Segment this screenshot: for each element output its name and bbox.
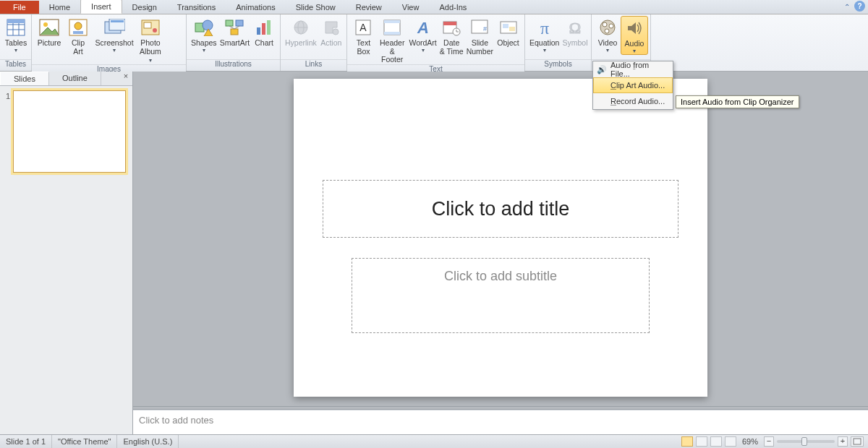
menu-record-audio-label: Record Audio... xyxy=(610,97,665,105)
tab-insert[interactable]: Insert xyxy=(80,0,122,14)
tab-review[interactable]: Review xyxy=(346,1,392,14)
action-label: Action xyxy=(320,39,341,48)
status-theme: "Office Theme" xyxy=(52,435,117,448)
equation-button[interactable]: π Equation ▾ xyxy=(528,16,561,53)
video-label: Video xyxy=(598,39,618,48)
tab-slides-thumbnails[interactable]: Slides xyxy=(0,72,49,85)
slide-editor-area: Click to add title Click to add subtitle… xyxy=(133,72,868,434)
object-label: Object xyxy=(497,39,519,48)
wordart-label: WordArt xyxy=(409,39,436,48)
header-footer-icon xyxy=(380,17,404,38)
smartart-button[interactable]: SmartArt xyxy=(218,16,251,48)
tab-transitions[interactable]: Transitions xyxy=(167,1,226,14)
menu-clip-art-audio-label: Clip Art Audio... xyxy=(610,81,665,90)
speaker-icon: 🔊 xyxy=(596,64,608,75)
status-language[interactable]: English (U.S.) xyxy=(117,435,179,448)
zoom-out-button[interactable]: − xyxy=(764,436,774,447)
object-icon xyxy=(497,17,520,38)
view-sorter-button[interactable] xyxy=(696,436,707,447)
close-icon[interactable]: × xyxy=(119,72,132,85)
date-time-button[interactable]: Date & Time xyxy=(438,16,465,56)
date-label2: & Time xyxy=(440,48,464,56)
object-button[interactable]: Object xyxy=(495,16,522,48)
textbox-button[interactable]: A Text Box xyxy=(350,16,377,56)
video-button[interactable]: Video ▾ xyxy=(595,16,621,53)
svg-rect-22 xyxy=(231,29,238,35)
menu-audio-from-file-label: Audio from File... xyxy=(610,61,668,78)
chevron-down-icon: ▾ xyxy=(606,48,609,54)
svg-rect-47 xyxy=(503,24,509,28)
svg-text:A: A xyxy=(417,19,429,36)
thumbnail-row[interactable]: 1 xyxy=(3,90,129,173)
subtitle-placeholder[interactable]: Click to add subtitle xyxy=(352,258,650,333)
slides-pane: Slides Outline × 1 xyxy=(0,72,133,434)
title-placeholder[interactable]: Click to add title xyxy=(323,180,678,238)
tab-home[interactable]: Home xyxy=(39,1,80,14)
svg-text:Ω: Ω xyxy=(569,19,581,37)
tab-view[interactable]: View xyxy=(392,1,430,14)
svg-point-9 xyxy=(75,22,82,30)
zoom-percent[interactable]: 69% xyxy=(742,437,758,446)
svg-point-7 xyxy=(43,22,48,27)
photo-album-button[interactable]: Photo Album ▾ xyxy=(136,16,165,64)
screenshot-button[interactable]: Screenshot ▾ xyxy=(93,16,136,53)
group-tables: Tables ▾ Tables xyxy=(0,14,32,71)
slide-canvas[interactable]: Click to add title Click to add subtitle xyxy=(294,79,707,397)
tab-design[interactable]: Design xyxy=(122,1,167,14)
chevron-down-icon: ▾ xyxy=(633,48,636,55)
clipart-label1: Clip xyxy=(72,39,85,48)
svg-point-53 xyxy=(609,24,613,28)
zoom-in-button[interactable]: + xyxy=(838,436,848,447)
fit-to-window-button[interactable] xyxy=(851,436,864,447)
zoom-slider-thumb[interactable] xyxy=(801,437,807,446)
menu-audio-from-file[interactable]: 🔊 Audio from File... xyxy=(593,61,673,77)
chart-label: Chart xyxy=(255,39,273,48)
menu-record-audio[interactable]: Record Audio... xyxy=(593,93,673,109)
chevron-down-icon: ▾ xyxy=(149,57,152,64)
zoom-slider[interactable] xyxy=(777,440,835,443)
chevron-down-icon: ▾ xyxy=(543,48,546,54)
clipart-button[interactable]: Clip Art xyxy=(64,16,93,56)
slide-label2: Number xyxy=(467,48,493,56)
tab-addins[interactable]: Add-Ins xyxy=(429,1,477,14)
wordart-button[interactable]: A WordArt ▾ xyxy=(407,16,438,53)
chevron-down-icon: ▾ xyxy=(203,48,205,54)
svg-rect-36 xyxy=(384,20,400,23)
slides-pane-tabs: Slides Outline × xyxy=(0,72,132,86)
svg-point-52 xyxy=(603,22,607,27)
symbol-button: Ω Symbol xyxy=(561,16,589,48)
shapes-button[interactable]: Shapes ▾ xyxy=(190,16,218,53)
tab-slideshow[interactable]: Slide Show xyxy=(286,1,346,14)
ribbon-minimize-icon[interactable]: ⌃ xyxy=(841,1,853,12)
audio-button[interactable]: Audio ▾ xyxy=(621,16,648,55)
hyperlink-button: Hyperlink xyxy=(284,16,318,48)
header-footer-button[interactable]: Header & Footer xyxy=(377,16,407,64)
chart-button[interactable]: Chart xyxy=(251,16,277,48)
chevron-down-icon: ▾ xyxy=(14,48,17,54)
svg-rect-56 xyxy=(854,439,861,444)
view-normal-button[interactable] xyxy=(681,436,693,447)
svg-text:π: π xyxy=(540,19,549,37)
audio-label: Audio xyxy=(625,40,644,48)
table-icon xyxy=(4,17,27,38)
svg-rect-27 xyxy=(267,20,271,35)
slide-number-button[interactable]: # Slide Number xyxy=(465,16,495,56)
tab-file[interactable]: File xyxy=(0,1,39,14)
date-label1: Date xyxy=(443,39,459,48)
screenshot-icon xyxy=(103,17,126,38)
picture-button[interactable]: Picture xyxy=(35,16,64,48)
thumbnail-list: 1 xyxy=(0,86,132,177)
header-label1: Header xyxy=(380,39,404,48)
tab-animations[interactable]: Animations xyxy=(226,1,285,14)
tables-button[interactable]: Tables ▾ xyxy=(3,16,29,53)
menu-clip-art-audio[interactable]: Clip Art Audio... xyxy=(593,77,673,93)
tooltip: Insert Audio from Clip Organizer xyxy=(676,95,799,108)
view-slideshow-button[interactable] xyxy=(725,436,736,447)
notes-pane[interactable]: Click to add notes xyxy=(133,410,868,434)
symbol-label: Symbol xyxy=(562,39,587,48)
screenshot-label: Screenshot xyxy=(95,39,133,48)
help-icon[interactable]: ? xyxy=(854,1,865,12)
view-reading-button[interactable] xyxy=(710,436,722,447)
slide-thumbnail[interactable] xyxy=(13,90,126,173)
tab-outline[interactable]: Outline xyxy=(49,72,101,85)
